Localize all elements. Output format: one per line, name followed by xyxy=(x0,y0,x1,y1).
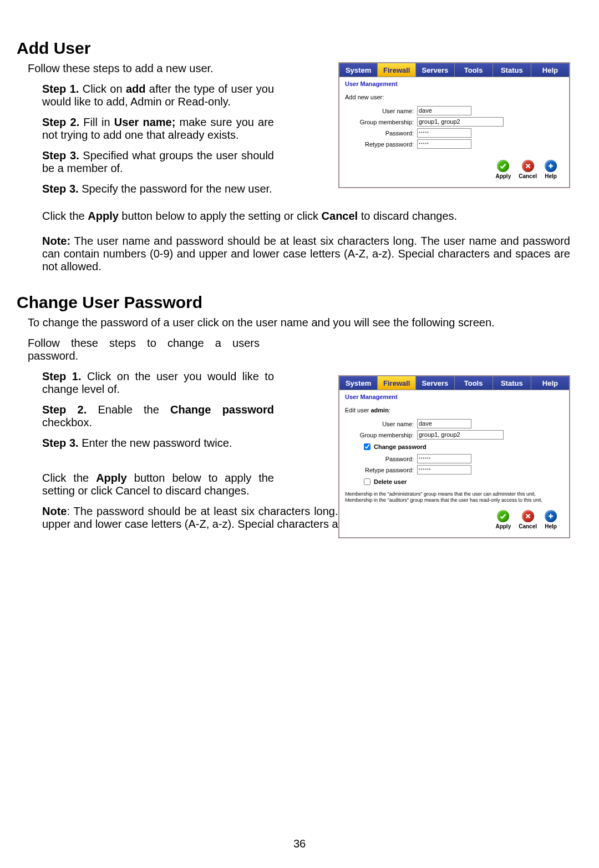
group-membership-input[interactable]: group1, group2 xyxy=(417,117,504,127)
note-label: Note xyxy=(42,505,67,517)
cancel-label: Cancel xyxy=(519,523,537,529)
t: to discard changes. xyxy=(358,210,457,222)
change-pw-intro: To change the password of a user click o… xyxy=(28,316,566,329)
label-password: Password: xyxy=(345,130,417,137)
bold-apply: Apply xyxy=(88,210,119,222)
t: Enable the xyxy=(87,403,170,416)
tab-status[interactable]: Status xyxy=(493,376,531,390)
step-label: Step 3. xyxy=(42,437,79,449)
help-label: Help xyxy=(545,173,557,179)
change-password-checkbox[interactable] xyxy=(364,443,370,450)
heading-change-password: Change User Password xyxy=(17,293,570,312)
bold-cancel: Cancel xyxy=(322,210,358,222)
tab-firewall[interactable]: Firewall xyxy=(378,376,416,390)
t: Click on xyxy=(79,83,126,95)
tab-tools[interactable]: Tools xyxy=(455,63,493,77)
t: : xyxy=(389,407,390,413)
panel-title: User Management xyxy=(345,80,564,87)
x-icon xyxy=(522,160,534,172)
plus-icon xyxy=(545,510,557,522)
tab-firewall[interactable]: Firewall xyxy=(378,63,416,77)
bold-admin: admin xyxy=(370,407,388,413)
change-pw-step-2: Step 2. Enable the Change password check… xyxy=(42,403,274,429)
t: The user name and password should be at … xyxy=(42,235,570,272)
retype-password-input[interactable]: ****** xyxy=(417,465,471,475)
tab-status[interactable]: Status xyxy=(493,63,531,77)
t: Specify the password for the new user. xyxy=(79,183,272,195)
panel-content: User Management Edit user admin: User na… xyxy=(339,390,569,537)
screenshot-edit-user: System Firewall Servers Tools Status Hel… xyxy=(338,375,570,538)
row-retype-password: Retype password: ****** xyxy=(345,465,564,475)
step-label: Step 2. xyxy=(42,403,87,416)
add-user-step-1: Step 1. Click on add after the type of u… xyxy=(42,83,274,108)
row-user-name: User name: dave xyxy=(345,106,564,115)
check-icon xyxy=(497,160,509,172)
delete-user-label: Delete user xyxy=(374,478,407,485)
label-user-name: User name: xyxy=(345,421,417,427)
t: Click the xyxy=(42,472,96,484)
group-membership-input[interactable]: group1, group2 xyxy=(417,430,504,440)
row-user-name: User name: dave xyxy=(345,419,564,428)
change-password-label: Change password xyxy=(374,443,427,450)
row-password: Password: ****** xyxy=(345,454,564,463)
t: Enter the new password twice. xyxy=(79,437,232,449)
tab-help[interactable]: Help xyxy=(531,376,569,390)
panel-subtitle: Add new user: xyxy=(345,94,564,100)
row-group-membership: Group membership: group1, group2 xyxy=(345,117,564,127)
plus-icon xyxy=(545,160,557,172)
add-user-apply-line: Click the Apply button below to apply th… xyxy=(42,210,570,223)
screenshot-add-user: System Firewall Servers Tools Status Hel… xyxy=(338,62,570,188)
t: Fill in xyxy=(79,116,114,128)
label-user-name: User name: xyxy=(345,108,417,114)
add-user-note: Note: The user name and password should … xyxy=(42,235,570,273)
help-button[interactable]: Help xyxy=(545,510,557,529)
tab-tools[interactable]: Tools xyxy=(455,376,493,390)
delete-user-checkbox[interactable] xyxy=(364,478,370,485)
help-button[interactable]: Help xyxy=(545,160,557,179)
bold-username: User name; xyxy=(114,116,176,128)
row-delete-user: Delete user xyxy=(362,477,564,487)
panel-subtitle: Edit user admin: xyxy=(345,407,564,413)
step-label: Step 1. xyxy=(42,370,82,382)
row-password: Password: ***** xyxy=(345,128,564,138)
tab-servers[interactable]: Servers xyxy=(416,376,454,390)
password-input[interactable]: ****** xyxy=(417,454,471,463)
button-row: Apply Cancel Help xyxy=(345,157,564,183)
bold-change-password: Change password xyxy=(170,403,274,416)
cancel-button[interactable]: Cancel xyxy=(519,510,537,529)
change-pw-step-3: Step 3. Enter the new password twice. xyxy=(42,437,274,450)
label-group-membership: Group membership: xyxy=(345,432,417,438)
label-retype-password: Retype password: xyxy=(345,467,417,473)
t: button below to apply the setting or cli… xyxy=(119,210,322,222)
t: Click the xyxy=(42,210,88,222)
tab-help[interactable]: Help xyxy=(531,63,569,77)
button-row: Apply Cancel Help xyxy=(345,507,564,533)
tab-servers[interactable]: Servers xyxy=(416,63,454,77)
label-password: Password: xyxy=(345,456,417,462)
add-user-step-3a: Step 3. Specified what groups the user s… xyxy=(42,149,274,175)
step-label: Step 3. xyxy=(42,183,79,195)
note-label: Note: xyxy=(42,235,70,247)
tab-bar: System Firewall Servers Tools Status Hel… xyxy=(339,376,569,390)
apply-label: Apply xyxy=(495,523,511,529)
tab-system[interactable]: System xyxy=(339,376,378,390)
note-line-2: Membership in the "auditors" group means… xyxy=(345,497,564,503)
x-icon xyxy=(522,510,534,522)
bold-apply: Apply xyxy=(96,472,127,484)
step-label: Step 3. xyxy=(42,149,79,162)
user-name-input[interactable]: dave xyxy=(417,106,471,115)
user-name-input[interactable]: dave xyxy=(417,419,471,428)
cancel-label: Cancel xyxy=(519,173,537,179)
cancel-button[interactable]: Cancel xyxy=(519,160,537,179)
password-input[interactable]: ***** xyxy=(417,128,471,138)
row-group-membership: Group membership: group1, group2 xyxy=(345,430,564,440)
apply-button[interactable]: Apply xyxy=(495,160,511,179)
step-label: Step 2. xyxy=(42,116,79,128)
panel-title: User Management xyxy=(345,393,564,400)
add-user-step-2: Step 2. Fill in User name; make sure you… xyxy=(42,116,274,142)
t: Edit user xyxy=(345,407,370,413)
tab-system[interactable]: System xyxy=(339,63,378,77)
note-line-1: Membership in the "administrators" group… xyxy=(345,491,564,497)
retype-password-input[interactable]: ***** xyxy=(417,139,471,149)
apply-button[interactable]: Apply xyxy=(495,510,511,529)
